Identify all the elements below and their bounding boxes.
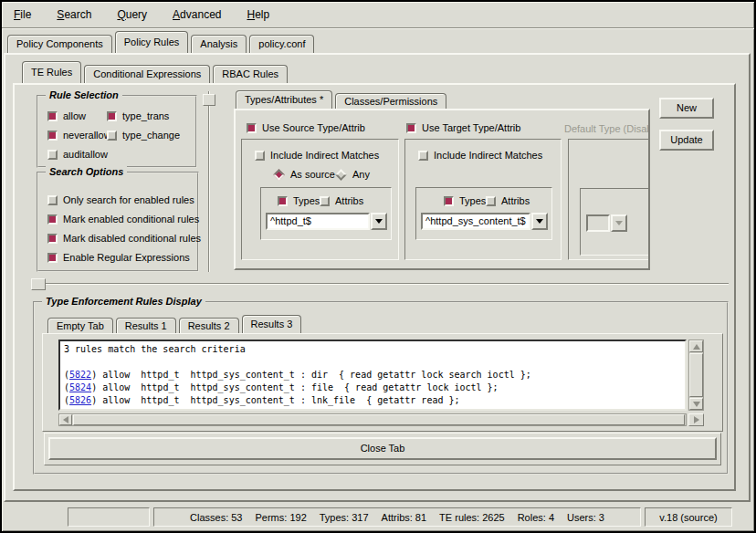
tab-analysis[interactable]: Analysis bbox=[191, 35, 247, 53]
arrow-down-icon bbox=[693, 402, 700, 407]
checkbox-mark-disabled[interactable]: Mark disabled conditional rules bbox=[47, 232, 201, 245]
checkbox-auditallow[interactable]: auditallow bbox=[47, 148, 108, 161]
tab-te-rules[interactable]: TE Rules bbox=[22, 61, 81, 83]
scroll-left-button[interactable] bbox=[59, 414, 72, 425]
menu-advanced[interactable]: Advanced bbox=[170, 6, 224, 23]
checkbox-neverallow[interactable]: neverallow bbox=[47, 129, 111, 141]
checkbox-only-enabled[interactable]: Only search for enabled rules bbox=[47, 193, 194, 206]
scroll-right-button[interactable] bbox=[688, 413, 704, 426]
stat-attribs: Attribs: 81 bbox=[382, 512, 427, 523]
radio-as-source[interactable]: As source bbox=[273, 168, 335, 181]
stat-users: Users: 3 bbox=[567, 512, 604, 523]
checkbox-mark-enabled-indicator bbox=[47, 214, 58, 225]
status-panel-stats: Classes: 53 Perms: 192 Types: 317 Attrib… bbox=[153, 507, 641, 527]
checkbox-target-types[interactable]: Types bbox=[444, 194, 486, 207]
rule-text: ) allow httpd_t httpd_sys_content_t : di… bbox=[91, 370, 531, 380]
checkbox-mark-enabled[interactable]: Mark enabled conditional rules bbox=[47, 213, 199, 225]
tab-conditional-expressions[interactable]: Conditional Expressions bbox=[84, 65, 210, 83]
checkbox-regex-indicator bbox=[47, 253, 58, 263]
checkbox-use-target[interactable]: Use Target Type/Attrib bbox=[406, 121, 520, 134]
target-type-dropdown-button[interactable] bbox=[531, 213, 548, 230]
target-type-entry[interactable]: ^httpd_sys_content_t$ bbox=[421, 213, 530, 230]
tab-results-1[interactable]: Results 1 bbox=[116, 318, 176, 333]
policy-version-label: v.18 (source) bbox=[659, 512, 717, 523]
checkbox-type-trans[interactable]: type_trans bbox=[107, 110, 169, 122]
default-type-inner-frame bbox=[580, 188, 650, 256]
source-type-combobox: ^httpd_t$ bbox=[266, 213, 387, 230]
menu-help[interactable]: Help bbox=[244, 6, 272, 23]
main-tab-bar: Policy Components Policy Rules Analysis … bbox=[7, 31, 314, 53]
checkbox-type-change[interactable]: type_change bbox=[107, 129, 180, 141]
radio-as-source-indicator bbox=[273, 169, 285, 181]
close-tab-container: Close Tab bbox=[44, 433, 721, 465]
checkbox-target-indirect[interactable]: Include Indirect Matches bbox=[418, 149, 542, 162]
menu-search[interactable]: Search bbox=[54, 6, 94, 23]
vertical-sash-handle[interactable] bbox=[203, 94, 215, 106]
checkbox-source-attribs[interactable]: Attribs bbox=[320, 194, 363, 207]
rule-selection-group: Rule Selection allow type_trans neverall… bbox=[37, 95, 197, 168]
checkbox-use-target-label: Use Target Type/Attrib bbox=[422, 122, 520, 133]
tab-results-3[interactable]: Results 3 bbox=[242, 315, 302, 333]
radio-any-indicator bbox=[335, 169, 347, 181]
vscroll-thumb[interactable] bbox=[689, 353, 703, 397]
update-button[interactable]: Update bbox=[659, 130, 714, 151]
tab-rbac-rules[interactable]: RBAC Rules bbox=[213, 65, 288, 83]
source-type-entry[interactable]: ^httpd_t$ bbox=[266, 213, 370, 230]
results-rule-line: (5824) allow httpd_t httpd_sys_content_t… bbox=[64, 381, 681, 394]
checkbox-type-trans-indicator bbox=[107, 111, 117, 121]
tab-policy-rules[interactable]: Policy Rules bbox=[115, 31, 189, 53]
rule-text: ) allow httpd_t httpd_sys_content_t : ln… bbox=[91, 395, 459, 405]
new-button[interactable]: New bbox=[659, 98, 714, 119]
results-hscrollbar[interactable] bbox=[58, 413, 687, 426]
status-panel-empty bbox=[68, 507, 150, 527]
tab-empty[interactable]: Empty Tab bbox=[47, 318, 113, 333]
menu-file[interactable]: File bbox=[11, 6, 34, 23]
checkbox-allow[interactable]: allow bbox=[47, 110, 86, 122]
checkbox-allow-label: allow bbox=[63, 110, 86, 121]
tab-policy-components[interactable]: Policy Components bbox=[7, 35, 112, 53]
menu-query[interactable]: Query bbox=[114, 6, 150, 23]
scroll-up-button[interactable] bbox=[689, 340, 703, 352]
checkbox-source-types[interactable]: Types bbox=[278, 194, 320, 207]
checkbox-neverallow-label: neverallow bbox=[63, 130, 111, 141]
vertical-sash-line bbox=[208, 91, 210, 272]
checkbox-source-types-label: Types bbox=[293, 195, 320, 206]
close-tab-button[interactable]: Close Tab bbox=[48, 437, 717, 460]
tab-policy-conf[interactable]: policy.conf bbox=[249, 35, 314, 53]
checkbox-use-source-label: Use Source Type/Attrib bbox=[262, 122, 365, 133]
checkbox-target-attribs[interactable]: Attribs bbox=[486, 194, 530, 207]
checkbox-target-attribs-label: Attribs bbox=[501, 195, 530, 206]
types-attributes-page: Use Source Type/Attrib Include Indirect … bbox=[234, 109, 650, 270]
rules-tab-bar: TE Rules Conditional Expressions RBAC Ru… bbox=[22, 62, 288, 83]
results-text-area[interactable]: 3 rules match the search criteria (5822)… bbox=[58, 340, 687, 411]
default-type-frame bbox=[568, 139, 650, 260]
stat-types: Types: 317 bbox=[320, 512, 369, 523]
hscroll-thumb[interactable] bbox=[73, 414, 685, 425]
checkbox-target-types-label: Types bbox=[459, 195, 486, 206]
checkbox-use-source-indicator bbox=[247, 123, 257, 133]
checkbox-source-attribs-indicator bbox=[320, 196, 330, 206]
checkbox-regex[interactable]: Enable Regular Expressions bbox=[47, 251, 190, 264]
tab-classes-permissions[interactable]: Classes/Permissions bbox=[335, 93, 446, 109]
checkbox-use-source[interactable]: Use Source Type/Attrib bbox=[247, 121, 365, 134]
default-type-label: Default Type (Disabled) bbox=[564, 123, 650, 134]
chevron-down-icon bbox=[536, 219, 543, 224]
checkbox-target-indirect-indicator bbox=[418, 151, 428, 161]
scroll-down-button[interactable] bbox=[689, 398, 703, 410]
te-rules-display-title: Type Enforcement Rules Display bbox=[42, 296, 205, 307]
chevron-down-icon bbox=[615, 221, 623, 225]
rule-link-5824[interactable]: 5824 bbox=[69, 382, 91, 392]
checkbox-source-indirect[interactable]: Include Indirect Matches bbox=[255, 149, 379, 162]
tab-results-2[interactable]: Results 2 bbox=[179, 318, 239, 333]
radio-any[interactable]: Any bbox=[335, 168, 370, 181]
tab-types-attributes[interactable]: Types/Attributes * bbox=[236, 90, 332, 109]
rule-link-5822[interactable]: 5822 bbox=[69, 370, 91, 380]
rule-link-5826[interactable]: 5826 bbox=[69, 395, 91, 405]
results-vscrollbar[interactable] bbox=[688, 340, 704, 411]
horizontal-sash-handle[interactable] bbox=[31, 278, 46, 290]
te-rules-display-group: Type Enforcement Rules Display Empty Tab… bbox=[33, 301, 729, 475]
checkbox-type-change-indicator bbox=[107, 131, 117, 141]
status-panel-version: v.18 (source) bbox=[645, 507, 732, 527]
checkbox-type-trans-label: type_trans bbox=[122, 110, 169, 121]
source-type-dropdown-button[interactable] bbox=[371, 213, 387, 230]
